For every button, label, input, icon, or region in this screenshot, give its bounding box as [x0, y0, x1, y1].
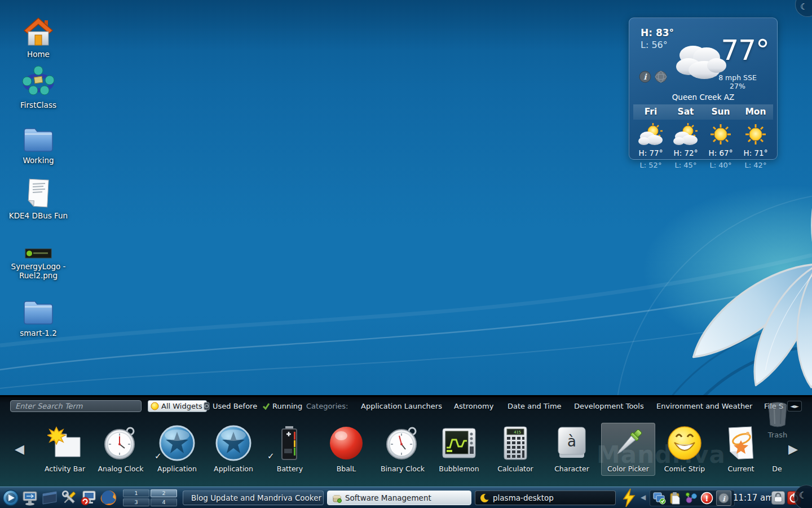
mandriva-menu-button[interactable] — [2, 489, 19, 506]
desktop-icon-label: FirstClass — [7, 100, 70, 110]
pager-desktop-1[interactable]: 1 — [123, 489, 149, 497]
widget-item-activity-bar[interactable]: Activity Bar — [38, 424, 92, 473]
widget-item-character[interactable]: à Character — [545, 424, 599, 473]
tray-collapse-arrow[interactable]: ◀ — [641, 493, 646, 501]
category-astronomy[interactable]: Astronomy — [454, 402, 493, 410]
task-label: plasma-desktop — [493, 493, 554, 502]
filter-used-before[interactable]: Used Before — [203, 400, 257, 412]
document-icon — [7, 175, 70, 208]
desktop-icon-home[interactable]: Home — [7, 14, 70, 59]
pager-desktop-2[interactable]: 2 — [151, 489, 177, 497]
humidity: 27% — [704, 82, 771, 90]
desktop: ☾ Home FirstClass — [0, 0, 812, 508]
lock-button[interactable] — [771, 491, 785, 505]
widget-item-bubblemon[interactable]: Bubblemon — [432, 424, 486, 473]
widget-item-analog-clock[interactable]: Analog Clock — [94, 424, 148, 473]
software-manager-launcher[interactable] — [80, 489, 97, 506]
filter-all-widgets[interactable]: All Widgets — [148, 400, 207, 412]
image-thumbnail-icon — [7, 239, 70, 259]
mandriva-menu-icon — [2, 489, 19, 506]
pager-desktop-3[interactable]: 3 — [123, 498, 149, 506]
binary-clock-icon — [376, 424, 430, 462]
alert-icon[interactable]: ! — [700, 492, 713, 505]
task-blog-update[interactable]: Blog Update and Mandriva Cooker — [183, 491, 324, 505]
desktop-icon-smart[interactable]: smart-1.2 — [7, 292, 70, 338]
category-date-and-time[interactable]: Date and Time — [508, 402, 562, 410]
plasma-icon — [151, 402, 159, 410]
lightning-icon[interactable] — [621, 488, 636, 507]
desktop-icon-trash[interactable]: Trash — [760, 401, 795, 439]
globe-icon[interactable] — [654, 70, 668, 84]
firstclass-icon — [7, 64, 70, 97]
search-input[interactable] — [10, 400, 142, 412]
crescent-icon — [480, 493, 489, 503]
package-icon — [332, 493, 342, 503]
clipboard-icon[interactable] — [669, 492, 682, 505]
widget-item-bball[interactable]: BbalL — [319, 424, 373, 473]
category-development-tools[interactable]: Development Tools — [574, 402, 644, 410]
forecast-day: Sat — [668, 104, 703, 120]
info-icon[interactable]: i — [716, 491, 731, 506]
task-software-management[interactable]: Software Management — [327, 491, 471, 505]
today-low: L: 56° — [641, 40, 668, 50]
task-label: Blog Update and Mandriva Cooker — [191, 493, 321, 502]
cashew-icon: ☾ — [799, 490, 807, 501]
widget-list-prev-arrow[interactable]: ◀ — [15, 442, 24, 456]
tools-icon — [60, 489, 78, 506]
sunny-icon — [743, 123, 768, 146]
sunny-icon — [708, 123, 733, 146]
task-plasma-desktop[interactable]: plasma-desktop — [475, 491, 616, 505]
widget-item-binary-clock[interactable]: Binary Clock — [376, 424, 430, 473]
category-application-launchers[interactable]: Application Launchers — [361, 402, 442, 410]
comic-strip-smiley-icon — [657, 424, 712, 462]
trash-icon — [766, 401, 789, 427]
display-icon — [41, 489, 58, 506]
widget-item-battery[interactable]: ✓ Battery — [263, 424, 317, 473]
computer-usb-launcher[interactable] — [21, 489, 38, 506]
home-icon — [7, 14, 70, 46]
categories-label: Categories: — [306, 402, 348, 410]
desktop-pager[interactable]: 1 2 3 4 — [123, 489, 177, 506]
wind: 8 mph SSE — [704, 73, 771, 82]
desktop-icon-kde4-dbus-fun[interactable]: KDE4 DBus Fun — [7, 175, 70, 220]
panel-toolbox-cashew[interactable]: ☾ — [794, 485, 812, 508]
application-icon: ✓ — [150, 424, 204, 462]
molecule-icon[interactable] — [685, 492, 698, 505]
svg-text:à: à — [567, 433, 576, 450]
running-check-icon: ✓ — [155, 451, 162, 461]
category-environment-weather[interactable]: Environment and Weather — [656, 402, 752, 410]
pager-desktop-4[interactable]: 4 — [151, 498, 177, 506]
computer-usb-icon — [21, 489, 38, 506]
info-icon[interactable]: i — [638, 70, 652, 84]
desktop-icon-label: smart-1.2 — [7, 329, 70, 338]
svg-text:!: ! — [705, 494, 708, 503]
location: Queen Creek AZ — [629, 93, 777, 102]
display-launcher[interactable] — [41, 489, 58, 506]
desktop-icon-firstclass[interactable]: FirstClass — [7, 64, 70, 110]
widget-item-application[interactable]: ✓ Application — [150, 424, 204, 473]
weather-widget[interactable]: H: 83° L: 56° i 77° 8 mph SSE 27% Queen … — [629, 17, 778, 160]
desktop-icon-working[interactable]: Working — [7, 120, 70, 165]
folder-icon — [7, 120, 70, 152]
software-manager-icon — [80, 489, 97, 506]
forecast-day: Sun — [703, 104, 738, 120]
filter-running[interactable]: Running — [262, 400, 302, 412]
desktop-icon-synergylogo[interactable]: SynergyLogo -Ruel2.png — [7, 239, 70, 280]
today-high: H: 83° — [641, 27, 674, 38]
application-icon — [206, 424, 261, 462]
desktop-icon-label: SynergyLogo -Ruel2.png — [7, 262, 70, 280]
widget-item-color-picker[interactable]: Color Picker — [601, 423, 655, 476]
clock[interactable]: 11:17 am — [733, 493, 774, 503]
checkmark-icon — [262, 402, 270, 410]
widget-item-application[interactable]: Application — [206, 424, 261, 473]
partly-cloudy-icon — [638, 123, 664, 146]
widget-item-comic-strip[interactable]: Comic Strip — [657, 424, 712, 473]
network-monitor-icon[interactable] — [653, 492, 666, 505]
firefox-launcher[interactable] — [100, 489, 117, 506]
system-tools-launcher[interactable] — [60, 489, 77, 506]
running-check-icon: ✓ — [267, 451, 275, 461]
forecast-lows: L: 52°L: 45° L: 40°L: 42° — [633, 161, 773, 169]
cashew-icon: ☾ — [800, 2, 807, 12]
forecast-highs: H: 77°H: 72° H: 67°H: 71° — [633, 148, 773, 157]
widget-item-calculator[interactable]: 415 Calculator — [488, 424, 542, 473]
